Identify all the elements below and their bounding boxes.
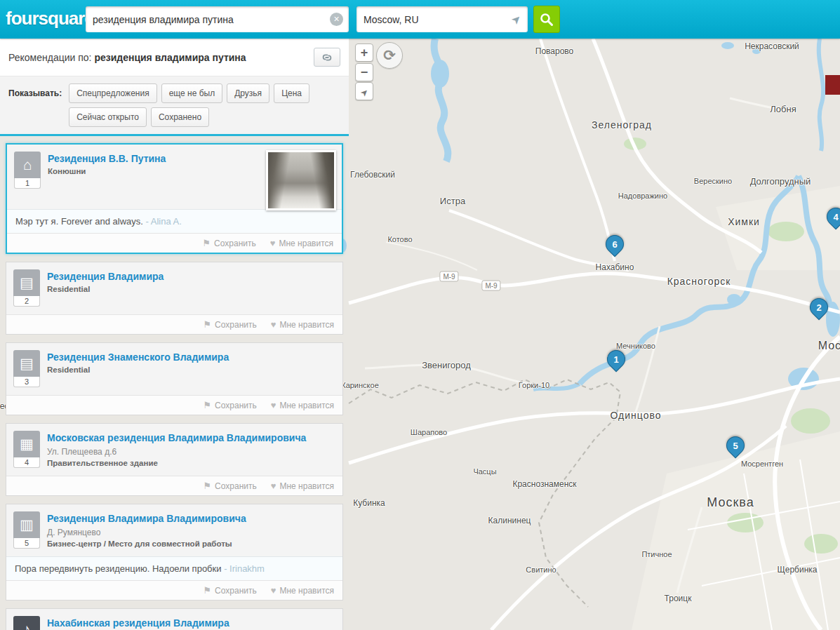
map-place-label: Химки [728, 216, 760, 227]
like-button[interactable]: ♥Мне нравится [271, 585, 334, 596]
venue-category: Residential [47, 285, 335, 293]
search-box: × [86, 6, 349, 32]
venue-card[interactable]: ⌂1Резиденция В.В. ПутинаКонюшниМэр тут я… [6, 143, 343, 254]
map-pin-5[interactable]: 5 [723, 433, 749, 459]
venue-card[interactable]: ▤3Резиденция Знаменского ВладимираReside… [6, 342, 343, 415]
map-place-label: Нахабино [596, 262, 634, 272]
venue-address: Д. Румянцево [47, 528, 335, 537]
heart-icon: ♥ [271, 481, 276, 491]
foursquare-logo[interactable]: foursquare [6, 8, 94, 29]
map-pin-4[interactable]: 4 [823, 204, 840, 230]
venue-title[interactable]: Резиденция Владимира Владимировича [47, 513, 246, 524]
venue-info: Нахабинская резиденция ВладимираБар-кара… [47, 616, 335, 630]
filter-button[interactable]: Сохранено [151, 107, 209, 127]
filter-button[interactable]: Сейчас открыто [69, 107, 147, 127]
map-pin-1[interactable]: 1 [604, 347, 629, 373]
like-button-label: Мне нравится [279, 239, 333, 248]
magnifier-icon [540, 13, 554, 27]
save-button[interactable]: ⚑Сохранить [203, 585, 256, 596]
business-center-icon: ▥ [13, 511, 40, 538]
venue-address: Ул. Плещеева д.6 [47, 447, 335, 457]
venue-info: Резиденция Знаменского ВладимираResident… [47, 350, 335, 388]
results-list: ⌂1Резиденция В.В. ПутинаКонюшниМэр тут я… [0, 136, 349, 630]
venue-title[interactable]: Резиденция В.В. Путина [48, 153, 166, 164]
venue-title[interactable]: Резиденция Знаменского Владимира [47, 351, 229, 363]
venue-category: Residential [47, 366, 335, 374]
location-input[interactable] [356, 6, 502, 32]
tip-text: Пора передвинуть резиденцию. Надоели про… [15, 563, 222, 574]
venue-icon-column: ▦4 [13, 431, 40, 469]
link-icon [321, 51, 333, 64]
map-place-label: Горки-10 [519, 381, 549, 389]
venue-actions: ⚑Сохранить♥Мне нравится [6, 580, 342, 600]
search-input[interactable] [86, 6, 324, 32]
heart-icon: ♥ [270, 238, 276, 248]
recommendations-title: Рекомендации по: резиденция владимира пу… [8, 52, 246, 63]
zoom-in-button[interactable]: + [355, 43, 373, 62]
save-button[interactable]: ⚑Сохранить [203, 319, 256, 330]
filter-buttons: Спецпредложенияеще не былДрузьяЦенаСейча… [69, 83, 340, 127]
heart-icon: ♥ [271, 400, 276, 410]
zoom-out-button[interactable]: − [355, 63, 373, 81]
venue-card[interactable]: ▦4Московская резиденция Владимира Владим… [6, 423, 343, 496]
filter-button[interactable]: Спецпредложения [69, 83, 157, 103]
map-place-label: Птичное [641, 550, 672, 558]
filter-button[interactable]: Цена [274, 83, 309, 103]
like-button[interactable]: ♥Мне нравится [271, 319, 334, 330]
tip-author[interactable]: - Irinakhm [222, 563, 265, 574]
venue-actions: ⚑Сохранить♥Мне нравится [6, 476, 342, 495]
heart-icon: ♥ [271, 319, 276, 330]
pin-number: 5 [727, 437, 744, 454]
venue-actions: ⚑Сохранить♥Мне нравится [7, 233, 342, 253]
venue-info: Резиденция В.В. ПутинаКонюшни [48, 152, 249, 202]
venue-card-main: ▦4Московская резиденция Владимира Владим… [6, 424, 342, 476]
venue-card-main: ▤2Резиденция ВладимираResidential [6, 262, 342, 314]
venue-title[interactable]: Московская резиденция Владимира Владимир… [47, 432, 306, 443]
venue-card[interactable]: ▥5Резиденция Владимира ВладимировичаД. Р… [6, 504, 343, 601]
save-button[interactable]: ⚑Сохранить [203, 481, 256, 491]
bookmark-icon: ⚑ [203, 481, 211, 491]
map-pin-6[interactable]: 6 [602, 232, 628, 257]
venue-category: Конюшни [48, 167, 249, 175]
map-place-label: Москва [818, 340, 840, 352]
venue-rank: 2 [13, 296, 40, 307]
map-place-label: Звенигород [422, 360, 471, 370]
recommendations-query: резиденция владимира путина [94, 52, 246, 63]
save-button[interactable]: ⚑Сохранить [202, 238, 255, 248]
map-tile-artifact [825, 75, 840, 95]
save-button[interactable]: ⚑Сохранить [203, 400, 256, 410]
urban-area [632, 431, 840, 630]
save-button-label: Сохранить [215, 586, 257, 596]
venue-actions: ⚑Сохранить♥Мне нравится [6, 395, 342, 415]
urban-area [716, 186, 840, 270]
pin-number: 2 [811, 299, 827, 316]
venue-icon-column: ⌂1 [14, 152, 41, 202]
map-pin-2[interactable]: 2 [806, 295, 832, 321]
filter-button[interactable]: Друзья [227, 83, 269, 103]
tip-author[interactable]: - Alina A. [143, 216, 182, 227]
filter-button[interactable]: еще не был [161, 83, 223, 103]
venue-icon-column: ♪6 [13, 616, 40, 630]
save-button-label: Сохранить [215, 401, 257, 410]
venue-title[interactable]: Резиденция Владимира [47, 271, 164, 282]
residential-building-icon: ▤ [13, 269, 40, 296]
clear-search-icon[interactable]: × [330, 13, 343, 26]
search-button[interactable] [533, 6, 560, 33]
venue-card[interactable]: ▤2Резиденция ВладимираResidential⚑Сохран… [6, 262, 343, 335]
map-place-label: Истра [440, 196, 465, 206]
like-button[interactable]: ♥Мне нравится [271, 400, 334, 410]
venue-title[interactable]: Нахабинская резиденция Владимира [47, 617, 229, 629]
permalink-button[interactable] [314, 48, 340, 67]
road-shield: М-9 [439, 272, 458, 282]
venue-tip: Мэр тут я. Forever and always. - Alina A… [7, 209, 342, 233]
locate-me-button[interactable]: ➤ [355, 82, 373, 100]
map-place-label: Троицк [665, 594, 692, 603]
like-button[interactable]: ♥Мне нравится [271, 481, 334, 491]
venue-info: Резиденция Владимира ВладимировичаД. Рум… [47, 511, 335, 549]
map-place-label: Шарапово [411, 428, 447, 436]
like-button[interactable]: ♥Мне нравится [270, 238, 333, 248]
map-place-label: Мечниково [616, 342, 655, 350]
venue-card[interactable]: ♪6Нахабинская резиденция ВладимираБар-ка… [6, 608, 343, 630]
venue-photo[interactable] [266, 150, 336, 210]
refresh-map-button[interactable]: ⟳ [376, 42, 403, 69]
